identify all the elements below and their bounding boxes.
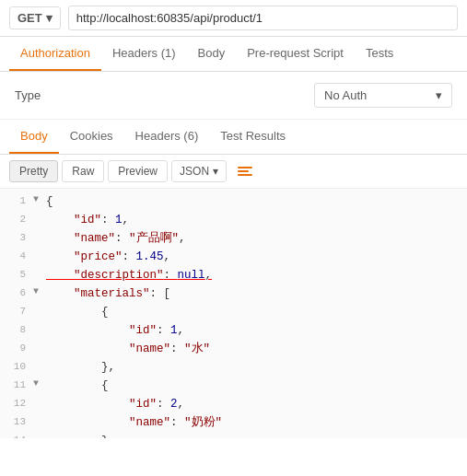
tab-body-res[interactable]: Body (9, 120, 59, 154)
json-body: 1 ▼ { 2 "id": 1, 3 "name": "产品啊", 4 "pri… (0, 189, 467, 438)
type-label: Type (15, 88, 41, 102)
json-line: 8 "id": 1, (0, 321, 467, 340)
top-bar: GET ▾ (0, 0, 467, 37)
url-input[interactable] (68, 6, 458, 30)
tab-headers[interactable]: Headers (1) (101, 37, 187, 71)
tab-test-results[interactable]: Test Results (209, 120, 297, 154)
tab-headers-res[interactable]: Headers (6) (124, 120, 210, 154)
json-line: 4 "price": 1.45, (0, 248, 467, 266)
format-chevron-icon: ▾ (213, 165, 218, 178)
json-line: 12 "id": 2, (0, 395, 467, 413)
tab-cookies[interactable]: Cookies (59, 120, 124, 154)
btn-pretty[interactable]: Pretty (9, 160, 58, 182)
method-label: GET (18, 11, 42, 25)
tab-bar-2: Body Cookies Headers (6) Test Results (0, 120, 467, 155)
json-line: 11 ▼ { (0, 377, 467, 395)
tab-pre-request[interactable]: Pre-request Script (236, 37, 355, 71)
json-line: 3 "name": "产品啊", (0, 229, 467, 248)
type-dropdown[interactable]: No Auth ▾ (314, 83, 452, 108)
collapse-arrow[interactable]: ▼ (33, 284, 42, 299)
type-row: Type No Auth ▾ (0, 72, 467, 120)
collapse-arrow[interactable]: ▼ (33, 192, 42, 207)
tab-body-req[interactable]: Body (187, 37, 237, 71)
json-line: 1 ▼ { (0, 192, 467, 211)
json-line: 10 }, (0, 358, 467, 377)
json-line: 9 "name": "水" (0, 340, 467, 358)
tab-authorization[interactable]: Authorization (9, 37, 101, 71)
json-line: 13 "name": "奶粉" (0, 413, 467, 432)
btn-preview[interactable]: Preview (108, 160, 168, 182)
json-line: 2 "id": 1, (0, 211, 467, 229)
btn-raw[interactable]: Raw (62, 160, 104, 182)
wrap-icon[interactable] (238, 167, 252, 176)
json-line: 14 } (0, 432, 467, 438)
toolbar-row: Pretty Raw Preview JSON ▾ (0, 155, 467, 189)
type-chevron-icon: ▾ (436, 88, 442, 102)
tab-tests[interactable]: Tests (355, 37, 404, 71)
method-select[interactable]: GET ▾ (9, 6, 61, 29)
json-line: 7 { (0, 303, 467, 321)
tab-bar-1: Authorization Headers (1) Body Pre-reque… (0, 37, 467, 72)
type-value: No Auth (324, 88, 367, 102)
json-line: 5 "description": null, (0, 266, 467, 284)
method-chevron-icon: ▾ (46, 11, 53, 25)
format-dropdown[interactable]: JSON ▾ (171, 160, 227, 182)
json-line: 6 ▼ "materials": [ (0, 284, 467, 303)
collapse-arrow[interactable]: ▼ (33, 377, 42, 391)
format-label: JSON (180, 165, 209, 178)
